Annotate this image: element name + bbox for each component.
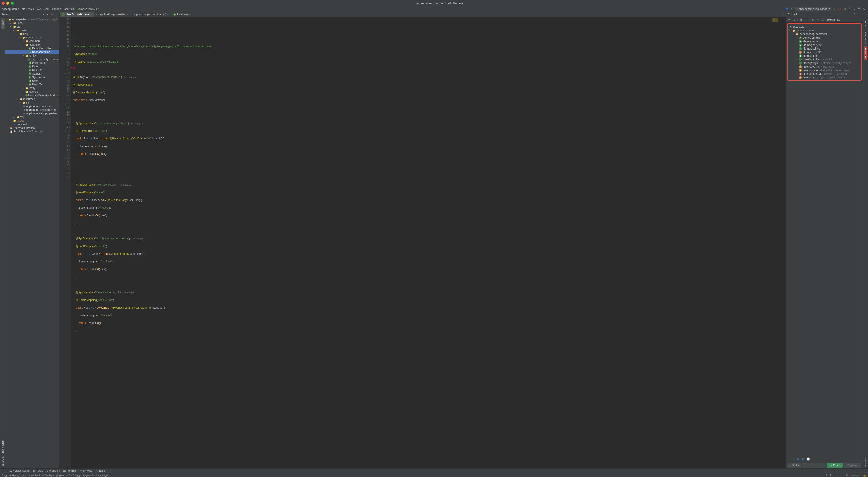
gear-icon[interactable]: ⚙	[50, 13, 54, 16]
tree-item[interactable]: CUser	[5, 79, 59, 83]
echoapi-tool-tab[interactable]: EchoAPI	[864, 46, 867, 60]
tree-item[interactable]: CSysDevice	[5, 76, 59, 79]
minimize-window-icon[interactable]	[6, 2, 9, 4]
help-icon[interactable]: ?	[816, 18, 820, 22]
tree-item[interactable]: ⚙application-dev.properties	[5, 108, 59, 112]
structure-tool-tab[interactable]: Structure	[1, 455, 4, 469]
tree-item[interactable]: CUserVO	[5, 83, 59, 86]
tree-arrow-icon[interactable]: ▾	[23, 44, 25, 46]
tab-close-icon[interactable]: ×	[127, 13, 128, 16]
tree-arrow-icon[interactable]: ▸	[23, 91, 25, 93]
tree-arrow-icon[interactable]: ▸	[20, 102, 22, 104]
search-icon[interactable]: 🔍	[858, 7, 861, 11]
echo-tree-item[interactable]: ▾CUserControllermodule2	[787, 58, 861, 61]
todo-tab[interactable]: ☑ TODO	[33, 469, 43, 472]
echo-tree-item[interactable]: G/demo/getById3	[787, 47, 861, 51]
settings-icon[interactable]: ⚙	[863, 7, 866, 11]
echo-tree-item[interactable]: ▾CDemoController	[787, 36, 861, 39]
project-tool-tab[interactable]: Project	[1, 18, 4, 29]
expand-all-icon[interactable]: ⇲	[45, 13, 49, 16]
close-icon[interactable]: ✕	[804, 18, 808, 22]
gutter[interactable]: 1213141516171819202122232425➔26272829303…	[60, 17, 71, 469]
breadcrumb-item[interactable]: echoapi	[52, 7, 62, 11]
stop-icon[interactable]: ■	[852, 7, 856, 11]
tree-item[interactable]: ▾📁main	[5, 28, 59, 32]
tree-item[interactable]: ▾📁entity	[5, 54, 59, 57]
echo-tree-item[interactable]: G/demo/getById	[787, 39, 861, 43]
breadcrumb-item[interactable]: main	[28, 7, 34, 11]
tree-item[interactable]: ⚙application.properties	[5, 105, 59, 108]
line-sep[interactable]: LF	[835, 474, 838, 477]
tree-item[interactable]: ▾📁java	[5, 32, 59, 36]
breadcrumb-item[interactable]: UserController	[81, 7, 98, 11]
echo-tree-item[interactable]: P/user/updateModify the user and return	[787, 68, 861, 72]
tree-item[interactable]: ▸📁common	[5, 39, 59, 43]
env-label[interactable]: Default Env	[827, 19, 840, 21]
code-editor[interactable]: 1213141516171819202122232425➔26272829303…	[60, 17, 786, 469]
send-icon[interactable]: ✈	[788, 457, 790, 461]
http-method-dropdown[interactable]: ●GET▾	[787, 463, 801, 468]
user-icon[interactable]: 👤	[785, 7, 789, 11]
run-gutter-icon[interactable]: ➔	[64, 102, 66, 106]
run-icon[interactable]: ▶	[833, 7, 836, 11]
image-icon[interactable]: ▣	[796, 457, 799, 461]
breadcrumb-item[interactable]: com	[44, 7, 50, 11]
url-input[interactable]: URL	[802, 463, 826, 468]
readonly-icon[interactable]: 🔓	[863, 474, 866, 477]
tree-arrow-icon[interactable]: ▸	[7, 127, 9, 129]
editor-tab[interactable]: mpom.xml (echoapi-demo)×	[130, 12, 171, 17]
window-controls[interactable]	[2, 2, 13, 4]
tab-close-icon[interactable]: ×	[90, 13, 91, 16]
tree-item[interactable]: ▸📁service	[5, 90, 59, 94]
refresh-icon[interactable]: ⟳	[787, 18, 791, 22]
echo-tree-item[interactable]: ▾📁echoapi-demo	[787, 29, 861, 32]
version-control-tab[interactable]: ⎇ Version Control	[9, 469, 30, 472]
run-gutter-icon[interactable]: ➔	[64, 129, 66, 133]
tree-arrow-icon[interactable]: ▸	[23, 40, 25, 42]
debug-icon[interactable]: 🐞	[838, 7, 841, 11]
indent[interactable]: 4 spaces	[850, 474, 860, 477]
status-message[interactable]: Suggested plugin Lombok available. // Co…	[2, 474, 108, 477]
tree-item[interactable]: CEchoapiDemoApplication	[5, 94, 59, 97]
close-window-icon[interactable]	[2, 2, 4, 4]
import-icon[interactable]: ⤓	[792, 18, 796, 22]
headset-icon[interactable]: 🎧	[821, 18, 825, 22]
build-tab[interactable]: 🔨 Build	[95, 469, 105, 472]
tree-item[interactable]: CRole	[5, 65, 59, 68]
tree-item[interactable]: ▸📚External Libraries	[5, 126, 59, 130]
services-tab[interactable]: ⚛ Services	[80, 469, 92, 472]
problems-tab[interactable]: ⊘ Problems	[46, 469, 60, 472]
tab-close-icon[interactable]: ×	[167, 13, 168, 16]
hide-icon[interactable]: —	[55, 13, 58, 16]
tree-arrow-icon[interactable]: ▸	[13, 116, 16, 118]
tree-item[interactable]: 📋Scratches and Consoles	[5, 130, 59, 133]
echo-tree-item[interactable]: G/demo/export	[787, 54, 861, 58]
tree-item[interactable]: ELogRequestTypeEnum	[5, 57, 59, 61]
tree-item[interactable]: ▸📁netty	[5, 86, 59, 90]
profile-icon[interactable]: ⏱	[848, 7, 851, 11]
breadcrumb-item[interactable]: java	[37, 7, 41, 11]
tree-arrow-icon[interactable]: ▾	[10, 26, 12, 28]
tree-arrow-icon[interactable]: ▾	[23, 55, 25, 57]
encoding[interactable]: UTF-8	[841, 474, 848, 477]
send-button[interactable]: ✈ Send	[827, 463, 843, 468]
tree-item[interactable]: ▸📁target	[5, 119, 59, 122]
export-icon[interactable]: ⤴	[793, 457, 794, 461]
run-gutter-icon[interactable]: ➔	[64, 156, 66, 160]
code-area[interactable]: ↘ ⚠ 9ˆˇ /** * Comment priority:Document …	[71, 17, 786, 469]
tab-list-icon[interactable]: ⋮	[782, 13, 786, 16]
gear-icon[interactable]: ⚙	[852, 13, 856, 16]
tree-item[interactable]: ▸📁test	[5, 115, 59, 119]
editor-tab[interactable]: CUser.java×	[171, 12, 193, 17]
tree-item[interactable]: ▾📁com.echoapi	[5, 36, 59, 39]
tree-item[interactable]: CDemoController	[5, 47, 59, 50]
tree-item[interactable]: mpom.xml	[5, 122, 59, 126]
tree-arrow-icon[interactable]: ▾	[7, 19, 8, 21]
tree-item[interactable]: CRoleSon	[5, 68, 59, 72]
tree-arrow-icon[interactable]: ▾	[13, 29, 16, 31]
tab-close-icon[interactable]: ×	[190, 13, 191, 16]
tree-item[interactable]: ▸📁lib	[5, 101, 59, 105]
history-icon[interactable]: 🕘	[806, 457, 810, 461]
doc-icon[interactable]: ▤	[801, 457, 804, 461]
tree-item[interactable]: ▾📁src	[5, 25, 59, 28]
